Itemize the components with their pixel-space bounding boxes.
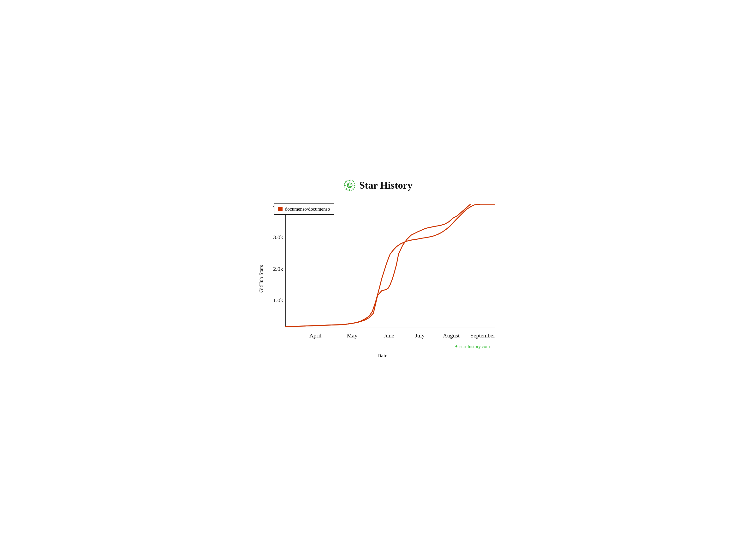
y-axis-label: GitHub Stars bbox=[256, 199, 264, 359]
chart-title-text: Star History bbox=[359, 180, 413, 191]
svg-text:June: June bbox=[384, 332, 394, 339]
chart-title-area: Star History bbox=[256, 179, 500, 192]
svg-text:3.0k: 3.0k bbox=[273, 234, 283, 241]
svg-text:✦ star-history.com: ✦ star-history.com bbox=[454, 344, 490, 349]
svg-rect-15 bbox=[285, 204, 495, 327]
star-history-logo bbox=[343, 179, 356, 192]
svg-text:April: April bbox=[309, 332, 322, 339]
chart-container: Star History GitHub Stars documenso/docu… bbox=[246, 172, 510, 373]
star-history-line-clipped bbox=[285, 204, 495, 326]
svg-text:August: August bbox=[443, 332, 460, 339]
star-history-line bbox=[285, 199, 495, 326]
x-axis-label: Date bbox=[264, 352, 500, 359]
chart-svg: 4.0k 3.0k 2.0k 1.0k April May June July bbox=[264, 199, 500, 351]
legend-repo-name: documenso/documenso bbox=[285, 206, 330, 212]
svg-text:1.0k: 1.0k bbox=[273, 297, 283, 303]
svg-point-1 bbox=[348, 184, 351, 187]
chart-body: GitHub Stars documenso/documenso 4.0k bbox=[256, 199, 500, 359]
svg-text:July: July bbox=[415, 332, 425, 339]
svg-text:2.0k: 2.0k bbox=[273, 266, 283, 272]
chart-inner: documenso/documenso 4.0k 3.0k 2.0k bbox=[264, 199, 500, 359]
legend-box: documenso/documenso bbox=[274, 204, 334, 215]
svg-text:May: May bbox=[347, 332, 357, 339]
svg-text:September: September bbox=[470, 332, 495, 339]
legend-color-swatch bbox=[278, 207, 283, 211]
